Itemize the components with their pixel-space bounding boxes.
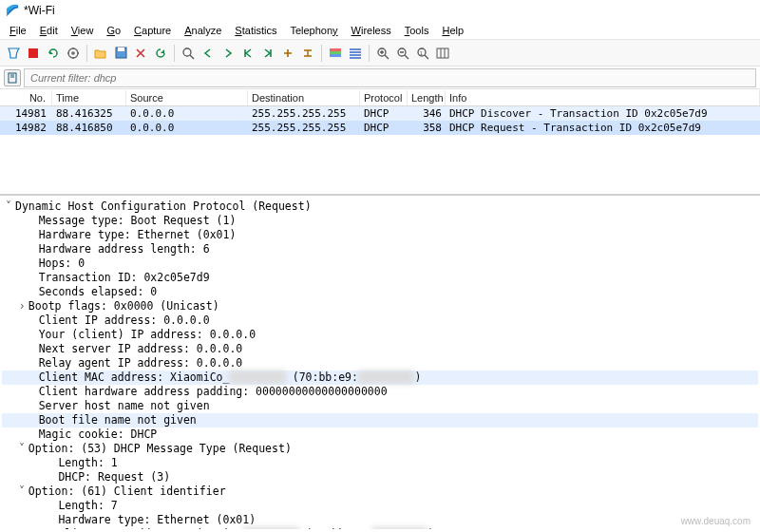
stop-capture-icon[interactable]: [24, 44, 43, 63]
menu-tools[interactable]: Tools: [399, 23, 435, 38]
packet-row[interactable]: 14982 88.416850 0.0.0.0 255.255.255.255 …: [0, 121, 760, 135]
tree-item[interactable]: ›Bootp flags: 0x0000 (Unicast): [2, 299, 758, 314]
svg-rect-13: [437, 48, 448, 58]
packet-details-pane[interactable]: ˅Dynamic Host Configuration Protocol (Re…: [0, 195, 760, 529]
cell-info: DHCP Discover - Transaction ID 0x2c05e7d…: [446, 107, 760, 120]
cell-len: 346: [408, 107, 446, 120]
redacted-mac: xx:xx:xx: [358, 370, 414, 384]
col-protocol[interactable]: Protocol: [360, 90, 408, 105]
tree-item[interactable]: Length: 7: [2, 499, 758, 513]
tree-item-highlighted[interactable]: Client MAC address: XiaomiCo_xx:xx:xx (7…: [2, 370, 758, 385]
go-first-icon[interactable]: [258, 44, 277, 63]
menu-capture[interactable]: Capture: [128, 23, 177, 38]
auto-scroll-icon[interactable]: [298, 44, 317, 63]
list-view-icon[interactable]: [346, 44, 365, 63]
svg-rect-6: [330, 48, 341, 51]
svg-text:1: 1: [420, 49, 424, 55]
close-file-icon[interactable]: [131, 44, 150, 63]
tree-item[interactable]: Transaction ID: 0x2c05e7d9: [2, 271, 758, 285]
tree-root[interactable]: ˅Dynamic Host Configuration Protocol (Re…: [2, 200, 758, 214]
go-last-icon[interactable]: [278, 44, 297, 63]
svg-point-5: [183, 48, 191, 56]
zoom-in-icon[interactable]: [373, 44, 392, 63]
colorize-icon[interactable]: [326, 44, 345, 63]
redacted-mac: xx:xx:xx: [229, 370, 285, 384]
restart-capture-icon[interactable]: [44, 44, 63, 63]
redacted-mac: xx:xx:xx: [371, 527, 428, 529]
open-file-icon[interactable]: [91, 44, 110, 63]
find-packet-icon[interactable]: [179, 44, 198, 63]
start-capture-icon[interactable]: [4, 44, 23, 63]
tree-item[interactable]: Length: 1: [2, 456, 758, 470]
svg-rect-4: [118, 48, 124, 51]
menu-go[interactable]: Go: [101, 23, 126, 38]
redacted-mac: xx:xx:xx: [242, 527, 298, 529]
cell-src: 0.0.0.0: [126, 122, 248, 134]
menu-wireless[interactable]: Wireless: [346, 23, 397, 38]
capture-options-icon[interactable]: [64, 44, 83, 63]
svg-point-2: [71, 51, 75, 55]
tree-item[interactable]: Server host name not given: [2, 399, 758, 413]
tree-item[interactable]: ˅Option: (53) DHCP Message Type (Request…: [2, 442, 758, 456]
tree-item[interactable]: Client hardware address padding: 0000000…: [2, 385, 758, 399]
cell-dst: 255.255.255.255: [248, 107, 360, 120]
jump-packet-icon[interactable]: [238, 44, 257, 63]
packet-list-pane: No. Time Source Destination Protocol Len…: [0, 89, 760, 195]
cell-time: 88.416325: [52, 107, 126, 120]
filter-bookmark-icon[interactable]: [4, 69, 21, 86]
tree-item-highlighted[interactable]: Boot file name not given: [2, 413, 758, 428]
tree-item[interactable]: Next server IP address: 0.0.0.0: [2, 342, 758, 356]
zoom-out-icon[interactable]: [393, 44, 412, 63]
resize-columns-icon[interactable]: [433, 44, 452, 63]
toolbar-separator: [321, 45, 322, 62]
display-filter-input[interactable]: [24, 68, 756, 87]
tree-item[interactable]: Magic cookie: DHCP: [2, 428, 758, 442]
cell-proto: DHCP: [360, 107, 408, 120]
tree-item[interactable]: Client MAC address: Xiaomi_exx:xx:xx (70…: [2, 527, 758, 529]
col-no[interactable]: No.: [0, 90, 52, 105]
menu-file[interactable]: File: [4, 23, 32, 38]
title-bar: *Wi-Fi: [0, 0, 760, 21]
tree-item[interactable]: DHCP: Request (3): [2, 470, 758, 484]
tree-item[interactable]: Your (client) IP address: 0.0.0.0: [2, 328, 758, 342]
tree-item[interactable]: Message type: Boot Request (1): [2, 214, 758, 228]
menu-analyze[interactable]: Analyze: [179, 23, 227, 38]
cell-time: 88.416850: [52, 122, 126, 134]
packet-row[interactable]: 14981 88.416325 0.0.0.0 255.255.255.255 …: [0, 106, 760, 121]
menu-view[interactable]: View: [66, 23, 100, 38]
cell-len: 358: [408, 122, 446, 134]
menu-help[interactable]: Help: [436, 23, 469, 38]
col-time[interactable]: Time: [52, 90, 126, 105]
cell-no: 14981: [0, 107, 52, 120]
app-logo-icon: [6, 4, 19, 17]
reload-file-icon[interactable]: [151, 44, 170, 63]
tree-item[interactable]: Hardware type: Ethernet (0x01): [2, 228, 758, 242]
packet-list-body: 14981 88.416325 0.0.0.0 255.255.255.255 …: [0, 106, 760, 135]
menu-statistics[interactable]: Statistics: [229, 23, 282, 38]
zoom-reset-icon[interactable]: 1: [413, 44, 432, 63]
tree-item[interactable]: Hardware address length: 6: [2, 242, 758, 256]
tree-item[interactable]: Relay agent IP address: 0.0.0.0: [2, 356, 758, 370]
tree-item[interactable]: Hops: 0: [2, 256, 758, 271]
tree-item[interactable]: Client IP address: 0.0.0.0: [2, 314, 758, 328]
col-length[interactable]: Length: [408, 90, 446, 105]
col-source[interactable]: Source: [126, 90, 248, 105]
go-back-icon[interactable]: [199, 44, 218, 63]
svg-rect-0: [28, 48, 38, 58]
menu-telephony[interactable]: Telephony: [284, 23, 343, 38]
save-file-icon[interactable]: [111, 44, 130, 63]
col-info[interactable]: Info: [446, 90, 760, 105]
toolbar: 1: [0, 40, 760, 66]
menu-edit[interactable]: Edit: [34, 23, 64, 38]
toolbar-separator: [86, 45, 87, 62]
tree-item[interactable]: ˅Option: (61) Client identifier: [2, 484, 758, 499]
svg-rect-7: [330, 51, 341, 54]
col-destination[interactable]: Destination: [248, 90, 360, 105]
cell-info: DHCP Request - Transaction ID 0x2c05e7d9: [446, 122, 760, 134]
svg-rect-8: [330, 54, 341, 57]
go-forward-icon[interactable]: [218, 44, 238, 63]
cell-src: 0.0.0.0: [126, 107, 248, 120]
tree-item[interactable]: Seconds elapsed: 0: [2, 285, 758, 299]
tree-item[interactable]: Hardware type: Ethernet (0x01): [2, 513, 758, 527]
window-title: *Wi-Fi: [24, 4, 55, 17]
